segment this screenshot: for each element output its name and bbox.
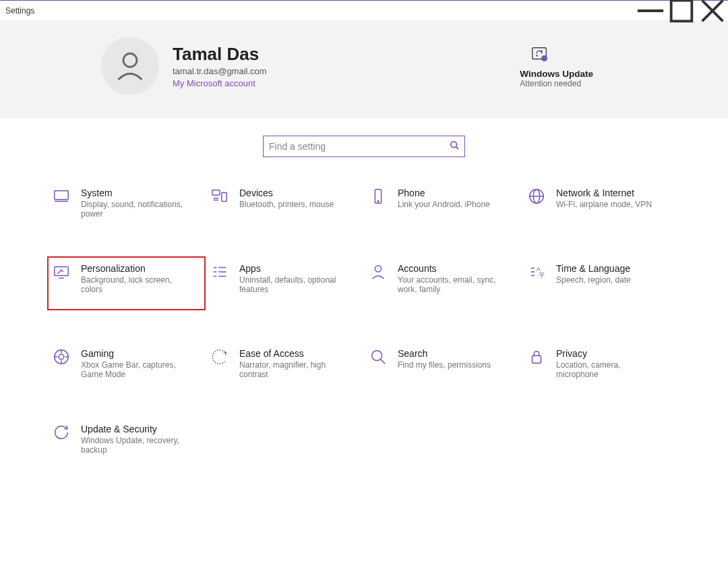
tile-title: Ease of Access — [239, 348, 347, 359]
tile-title: Time & Language — [556, 263, 631, 274]
tile-subtitle: Display, sound, notifications, power — [81, 200, 189, 219]
minimize-button[interactable] — [635, 1, 666, 21]
tile-text: Time & LanguageSpeech, region, date — [556, 263, 631, 304]
tile-text: PhoneLink your Android, iPhone — [398, 188, 490, 219]
tile-text: Update & SecurityWindows Update, recover… — [81, 424, 189, 455]
update-subtitle: Attention needed — [520, 79, 593, 88]
tile-title: Network & Internet — [556, 188, 652, 198]
search-box[interactable] — [263, 136, 465, 157]
tile-subtitle: Narrator, magnifier, high contrast — [239, 360, 347, 379]
privacy-icon — [526, 348, 547, 368]
update-icon — [520, 45, 593, 65]
tile-text: PrivacyLocation, camera, microphone — [556, 348, 664, 379]
tile-devices[interactable]: DevicesBluetooth, printers, mouse — [206, 181, 364, 225]
tile-title: Gaming — [81, 348, 189, 359]
windows-update-card[interactable]: Windows Update Attention needed — [520, 45, 694, 88]
tile-title: Accounts — [398, 263, 506, 274]
tile-subtitle: Link your Android, iPhone — [398, 200, 490, 209]
tile-subtitle: Location, camera, microphone — [556, 360, 664, 379]
tile-text: SearchFind my files, permissions — [398, 348, 491, 379]
phone-icon — [368, 188, 388, 208]
tile-subtitle: Xbox Game Bar, captures, Game Mode — [81, 360, 189, 379]
window-title: Settings — [5, 6, 34, 16]
svg-rect-1 — [671, 0, 692, 21]
network-icon — [526, 188, 547, 208]
tile-network-internet[interactable]: Network & InternetWi-Fi, airplane mode, … — [522, 181, 681, 225]
tile-apps[interactable]: AppsUninstall, defaults, optional featur… — [206, 256, 364, 310]
tile-privacy[interactable]: PrivacyLocation, camera, microphone — [522, 341, 681, 386]
tile-text: GamingXbox Game Bar, captures, Game Mode — [81, 348, 189, 379]
tile-title: Search — [398, 348, 491, 359]
time-language-icon — [526, 263, 547, 283]
tile-text: Network & InternetWi-Fi, airplane mode, … — [556, 188, 652, 219]
avatar — [101, 37, 159, 95]
tile-accounts[interactable]: AccountsYour accounts, email, sync, work… — [364, 256, 522, 310]
tile-subtitle: Your accounts, email, sync, work, family — [398, 275, 506, 294]
tile-ease-of-access[interactable]: Ease of AccessNarrator, magnifier, high … — [206, 341, 364, 386]
tile-time-language[interactable]: Time & LanguageSpeech, region, date — [522, 256, 681, 310]
personalize-icon — [51, 263, 71, 283]
search-icon — [450, 140, 459, 152]
tile-personalization[interactable]: PersonalizationBackground, lock screen, … — [47, 256, 206, 310]
system-icon — [51, 188, 71, 208]
account-link[interactable]: My Microsoft account — [173, 78, 267, 88]
svg-line-7 — [456, 147, 459, 150]
tile-subtitle: Windows Update, recovery, backup — [81, 436, 189, 455]
attention-dot-icon — [541, 55, 547, 61]
tile-title: System — [81, 188, 189, 198]
title-bar: Settings — [0, 0, 728, 20]
tile-text: DevicesBluetooth, printers, mouse — [239, 188, 334, 219]
ease-of-access-icon — [210, 348, 230, 368]
tile-subtitle: Speech, region, date — [556, 275, 631, 285]
search-input[interactable] — [269, 141, 450, 152]
tile-search[interactable]: SearchFind my files, permissions — [364, 341, 522, 386]
tile-text: Ease of AccessNarrator, magnifier, high … — [239, 348, 347, 379]
user-email: tamal.tr.das@gmail.com — [173, 66, 267, 76]
devices-icon — [210, 188, 230, 208]
tile-subtitle: Find my files, permissions — [398, 360, 491, 370]
tile-text: AccountsYour accounts, email, sync, work… — [398, 263, 506, 304]
tile-update-security[interactable]: Update & SecurityWindows Update, recover… — [47, 417, 206, 461]
user-profile[interactable]: Tamal Das tamal.tr.das@gmail.com My Micr… — [101, 37, 267, 95]
user-meta: Tamal Das tamal.tr.das@gmail.com My Micr… — [173, 44, 267, 88]
user-name: Tamal Das — [173, 44, 267, 65]
window-buttons — [635, 1, 728, 21]
tile-subtitle: Bluetooth, printers, mouse — [239, 200, 334, 209]
tile-text: SystemDisplay, sound, notifications, pow… — [81, 188, 189, 219]
update-security-icon — [51, 424, 71, 444]
tile-title: Personalization — [81, 263, 189, 274]
tile-text: AppsUninstall, defaults, optional featur… — [239, 263, 347, 304]
svg-point-6 — [451, 142, 457, 148]
search-icon — [368, 348, 388, 368]
tile-subtitle: Wi-Fi, airplane mode, VPN — [556, 200, 652, 209]
svg-point-4 — [123, 53, 137, 67]
close-button[interactable] — [697, 1, 728, 21]
tile-text: PersonalizationBackground, lock screen, … — [81, 263, 189, 294]
maximize-button[interactable] — [666, 1, 697, 21]
tile-system[interactable]: SystemDisplay, sound, notifications, pow… — [47, 181, 206, 225]
tile-title: Update & Security — [81, 424, 189, 434]
tile-phone[interactable]: PhoneLink your Android, iPhone — [364, 181, 522, 225]
tile-title: Devices — [239, 188, 334, 198]
tile-title: Phone — [398, 188, 490, 198]
tile-subtitle: Background, lock screen, colors — [81, 275, 189, 294]
tile-title: Apps — [239, 263, 347, 274]
apps-icon — [210, 263, 230, 283]
tile-gaming[interactable]: GamingXbox Game Bar, captures, Game Mode — [47, 341, 206, 386]
category-grid: SystemDisplay, sound, notifications, pow… — [0, 181, 728, 461]
gaming-icon — [51, 348, 71, 368]
accounts-icon — [368, 263, 388, 283]
tile-title: Privacy — [556, 348, 664, 359]
header: Tamal Das tamal.tr.das@gmail.com My Micr… — [0, 20, 728, 119]
search-wrap — [0, 119, 728, 181]
tile-subtitle: Uninstall, defaults, optional features — [239, 275, 347, 294]
update-title: Windows Update — [520, 69, 593, 79]
